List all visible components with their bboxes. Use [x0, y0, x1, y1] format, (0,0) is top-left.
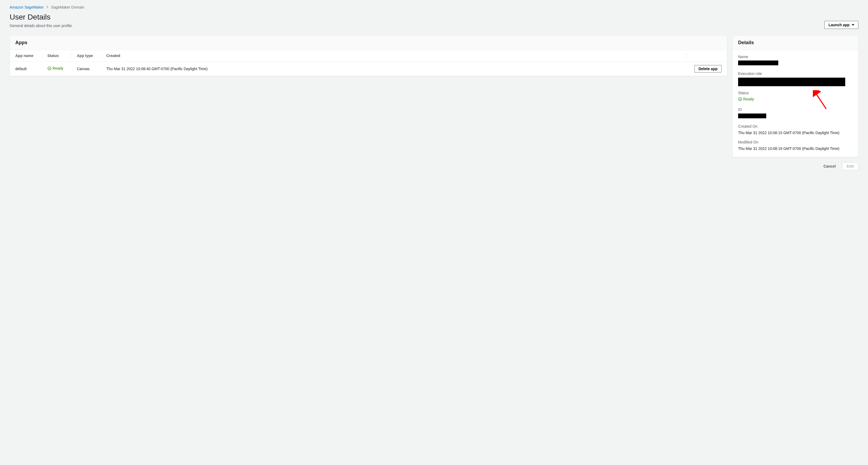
launch-app-label: Launch app — [828, 23, 849, 27]
col-header-created[interactable]: Created — [101, 50, 687, 62]
col-header-action — [687, 50, 727, 62]
status-badge: Ready — [48, 66, 63, 71]
table-row: default Ready Canvas Thu Mar 31 2022 10:… — [10, 62, 727, 76]
cell-app-type: Canvas — [71, 62, 101, 76]
page-title: User Details — [10, 12, 73, 22]
detail-name-label: Name — [738, 54, 853, 60]
details-panel-title: Details — [733, 36, 858, 50]
details-panel: Details Name Execution role Status — [733, 35, 858, 157]
status-badge: Ready — [738, 97, 754, 102]
apps-table: App name Status App type Created default — [10, 50, 727, 76]
breadcrumb-root-link[interactable]: Amazon SageMaker — [10, 5, 44, 10]
detail-execution-role-label: Execution role — [738, 71, 853, 76]
check-circle-icon — [738, 97, 742, 101]
detail-created-value: Thu Mar 31 2022 10:08:15 GMT-0700 (Pacif… — [738, 130, 853, 136]
detail-id-label: ID — [738, 107, 853, 112]
breadcrumb: Amazon SageMaker SageMaker Domain — [10, 5, 858, 10]
apps-panel-title: Apps — [10, 36, 727, 50]
page-subtitle: General details about this user profile. — [10, 23, 73, 29]
cancel-button[interactable]: Cancel — [820, 163, 840, 170]
status-text: Ready — [53, 66, 63, 71]
cell-status: Ready — [42, 62, 71, 76]
svg-point-0 — [48, 67, 51, 70]
cell-app-name: default — [10, 62, 42, 76]
detail-created-label: Created On — [738, 124, 853, 129]
col-header-app-type[interactable]: App type — [71, 50, 101, 62]
detail-status-label: Status — [738, 91, 853, 96]
edit-button: Edit — [842, 163, 858, 170]
detail-execution-role-value-redacted — [738, 78, 845, 86]
svg-point-1 — [738, 98, 742, 101]
delete-app-button[interactable]: Delete app — [694, 65, 721, 72]
detail-id-value-redacted — [738, 113, 766, 118]
col-header-status[interactable]: Status — [42, 50, 71, 62]
col-header-app-name[interactable]: App name — [10, 50, 42, 62]
status-text: Ready — [743, 97, 754, 102]
breadcrumb-current: SageMaker Domain — [51, 5, 84, 10]
chevron-right-icon — [46, 5, 49, 10]
caret-down-icon — [852, 24, 854, 26]
check-circle-icon — [48, 66, 52, 70]
cell-created: Thu Mar 31 2022 10:08:40 GMT-0700 (Pacif… — [101, 62, 687, 76]
apps-panel: Apps App name Status App type Created de… — [10, 35, 727, 76]
detail-name-value-redacted — [738, 61, 778, 65]
launch-app-button[interactable]: Launch app — [824, 21, 858, 29]
detail-modified-label: Modified On — [738, 140, 853, 145]
detail-modified-value: Thu Mar 31 2022 10:08:19 GMT-0700 (Pacif… — [738, 146, 853, 152]
